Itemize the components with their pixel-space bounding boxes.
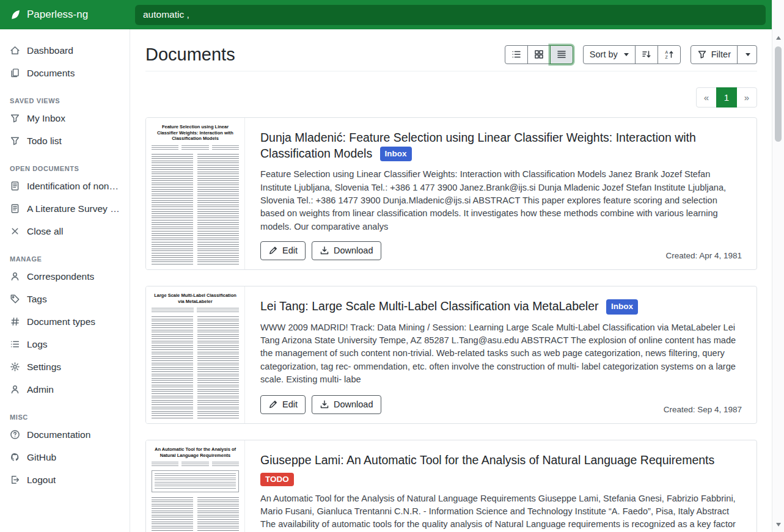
document-title[interactable]: Dunja Mladenić: Feature Selection using … <box>260 131 696 160</box>
person-icon <box>10 271 20 282</box>
sidebar: Dashboard Documents SAVED VIEWS My Inbox… <box>0 29 130 532</box>
sidebar-item-todo-list[interactable]: Todo list <box>0 129 130 152</box>
grid-view-button[interactable] <box>527 45 551 64</box>
created-date: Created: Apr 4, 1981 <box>665 251 742 260</box>
document-excerpt: An Automatic Tool for the Analysis of Na… <box>260 492 742 532</box>
sidebar-item-correspondents[interactable]: Correspondents <box>0 265 130 288</box>
logout-icon <box>10 475 20 485</box>
filter-group: Filter <box>691 45 757 64</box>
funnel-icon <box>697 49 707 59</box>
download-button[interactable]: Download <box>312 241 381 260</box>
list-view-icon <box>511 49 521 59</box>
top-navbar: Paperless-ng <box>0 0 772 29</box>
sidebar-item-my-inbox[interactable]: My Inbox <box>0 107 130 129</box>
file-text-icon <box>10 203 20 214</box>
document-card: Large Scale Multi-Label Classification v… <box>145 286 757 424</box>
pagination-next[interactable]: » <box>736 87 757 107</box>
svg-text:Z: Z <box>665 55 668 59</box>
list-icon <box>10 339 20 349</box>
tag-badge[interactable]: Inbox <box>606 299 638 315</box>
caret-down-icon <box>624 53 629 56</box>
main-content: Documents Sort by <box>130 29 772 532</box>
sidebar-item-documentation[interactable]: Documentation <box>0 423 130 446</box>
sort-group: Sort by AZ <box>583 45 681 64</box>
house-icon <box>10 45 20 56</box>
pencil-icon <box>268 246 278 255</box>
caret-down-icon <box>746 53 750 56</box>
card-view-icon <box>557 49 566 59</box>
funnel-icon <box>10 113 20 123</box>
document-thumbnail[interactable]: Large Scale Multi-Label Classification v… <box>146 286 245 423</box>
tag-badge[interactable]: Inbox <box>380 147 412 162</box>
card-view-button[interactable] <box>550 45 573 64</box>
sidebar-item-documents[interactable]: Documents <box>0 62 130 84</box>
grid-view-icon <box>534 49 544 59</box>
document-list: Feature Selection using Linear Classifie… <box>145 117 757 532</box>
document-card: Feature Selection using Linear Classifie… <box>145 117 757 270</box>
document-title[interactable]: Giuseppe Lami: An Automatic Tool for the… <box>260 453 714 467</box>
scrollbar-down-arrow[interactable] <box>772 520 784 530</box>
sidebar-item-admin[interactable]: Admin <box>0 378 130 401</box>
leaf-icon <box>9 9 21 21</box>
gear-icon <box>10 362 20 372</box>
section-manage: MANAGE <box>0 252 130 265</box>
tag-icon <box>10 294 20 304</box>
filter-button[interactable]: Filter <box>691 45 738 64</box>
question-circle-icon <box>10 429 20 440</box>
document-title[interactable]: Lei Tang: Large Scale Multi-Label Classi… <box>260 299 599 313</box>
sidebar-item-document-types[interactable]: Document types <box>0 310 130 333</box>
scrollbar <box>772 0 784 532</box>
sort-by-dropdown[interactable]: Sort by <box>583 45 636 64</box>
sidebar-item-settings[interactable]: Settings <box>0 355 130 378</box>
sidebar-item-open-doc-1[interactable]: Identification of non-fu... <box>0 175 130 197</box>
admin-person-icon <box>10 384 20 395</box>
document-card: An Automatic Tool for the Analysis of Na… <box>145 440 757 532</box>
download-icon <box>320 399 329 409</box>
sidebar-item-close-all[interactable]: Close all <box>0 220 130 242</box>
brand-label: Paperless-ng <box>27 9 88 21</box>
sidebar-item-tags[interactable]: Tags <box>0 288 130 310</box>
close-icon <box>10 226 20 236</box>
list-view-button[interactable] <box>505 45 528 64</box>
section-saved-views: SAVED VIEWS <box>0 93 130 107</box>
sidebar-item-open-doc-2[interactable]: A Literature Survey on ... <box>0 197 130 220</box>
sidebar-item-logs[interactable]: Logs <box>0 333 130 355</box>
download-button[interactable]: Download <box>312 395 381 414</box>
document-thumbnail[interactable]: An Automatic Tool for the Analysis of Na… <box>146 440 245 532</box>
hash-icon <box>10 316 20 327</box>
pagination-page-1[interactable]: 1 <box>716 87 737 107</box>
sort-down-icon <box>642 49 651 59</box>
tag-badge[interactable]: TODO <box>260 473 294 486</box>
document-excerpt: WWW 2009 MADRID! Track: Data Mining / Se… <box>260 321 742 386</box>
sidebar-item-logout[interactable]: Logout <box>0 468 130 491</box>
app-brand[interactable]: Paperless-ng <box>0 9 130 21</box>
scrollbar-thumb[interactable] <box>775 46 782 142</box>
document-thumbnail[interactable]: Feature Selection using Linear Classifie… <box>146 118 245 269</box>
files-icon <box>10 68 20 78</box>
created-date: Created: Sep 4, 1987 <box>664 405 742 414</box>
sort-alpha-button[interactable]: AZ <box>658 45 681 64</box>
download-icon <box>320 246 329 255</box>
content-header: Documents Sort by <box>145 44 757 71</box>
document-excerpt: Feature Selection using Linear Classifie… <box>260 168 742 233</box>
file-text-icon <box>10 181 20 191</box>
pencil-icon <box>268 399 278 409</box>
filter-dropdown-toggle[interactable] <box>737 45 757 64</box>
section-misc: MISC <box>0 410 130 423</box>
page-title: Documents <box>145 44 235 65</box>
search-input[interactable] <box>135 5 766 25</box>
svg-text:A: A <box>665 50 668 54</box>
edit-button[interactable]: Edit <box>260 241 306 260</box>
github-icon <box>10 452 20 462</box>
sidebar-item-dashboard[interactable]: Dashboard <box>0 39 130 62</box>
pagination-prev[interactable]: « <box>696 87 717 107</box>
sort-alpha-icon: AZ <box>664 49 674 59</box>
pagination: « 1 » <box>145 87 757 107</box>
funnel-icon <box>10 136 20 146</box>
sidebar-item-github[interactable]: GitHub <box>0 446 130 468</box>
edit-button[interactable]: Edit <box>260 395 306 414</box>
view-toggle-group <box>505 45 573 64</box>
sort-direction-button[interactable] <box>635 45 658 64</box>
scrollbar-up-arrow[interactable] <box>772 33 784 43</box>
section-open-documents: OPEN DOCUMENTS <box>0 161 130 175</box>
